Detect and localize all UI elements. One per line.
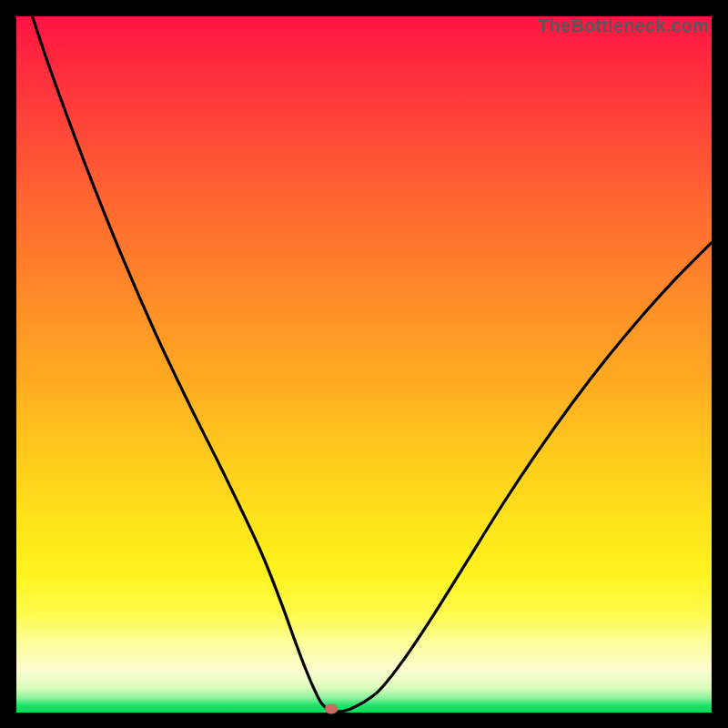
plot-area: TheBottleneck.com	[16, 16, 712, 713]
curve-path	[33, 16, 712, 712]
chart-frame: TheBottleneck.com	[0, 0, 728, 728]
bottleneck-curve	[16, 16, 712, 713]
optimal-point-marker	[325, 704, 338, 714]
